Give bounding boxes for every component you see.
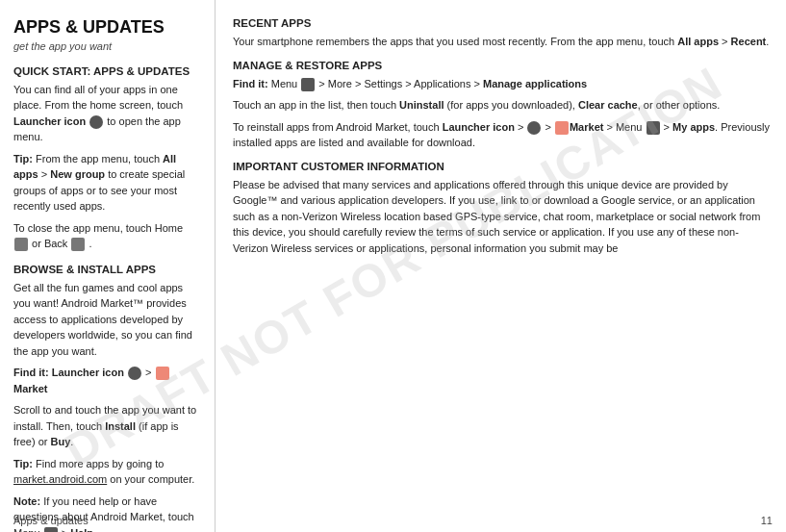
note-text2: > xyxy=(59,527,71,532)
manage-text3: , or other options. xyxy=(638,99,721,111)
manage-find-body: Find it: Menu > More > Settings > Applic… xyxy=(233,76,773,92)
recent-all-apps: All apps xyxy=(677,36,719,47)
tip2-text1: Find more apps by going to xyxy=(33,458,164,469)
manage-text1: Touch an app in the list, then touch xyxy=(233,99,399,111)
menu-icon3 xyxy=(647,121,660,135)
note-text3: . xyxy=(93,527,96,532)
tip1-body: Tip: From the app menu, touch All apps >… xyxy=(13,151,201,215)
scroll-body: Scroll to and touch the app you want to … xyxy=(13,402,201,450)
launcher-icon xyxy=(89,115,103,129)
quick-start-body: You can find all of your apps in one pla… xyxy=(13,82,201,145)
manage-body2: To reinstall apps from Android Market, t… xyxy=(233,119,773,151)
find-it-label: Find it: xyxy=(13,367,49,378)
right-column: RECENT APPS Your smartphone remembers th… xyxy=(216,0,786,532)
manage-find-label: Find it: xyxy=(233,78,268,89)
market-icon xyxy=(156,367,169,380)
find-it-market: Market xyxy=(13,383,47,394)
manage-text6: > xyxy=(542,121,554,133)
close-text1: To close the app menu, touch Home xyxy=(13,222,183,234)
tip2-body: Tip: Find more apps by going to market.a… xyxy=(13,456,201,488)
manage-clear-cache: Clear cache xyxy=(578,99,638,111)
quick-start-text1: You can find all of your apps in one pla… xyxy=(13,84,183,112)
tip1-text1: From the app menu, touch xyxy=(33,153,163,165)
tip1-new-group: New group xyxy=(50,168,105,180)
manage-find-text2: > More > Settings > Applications > xyxy=(316,78,483,89)
footer-right: 11 xyxy=(761,515,773,526)
scroll-install: Install xyxy=(105,420,136,432)
close-body: To close the app menu, touch Home or Bac… xyxy=(13,220,201,252)
find-it-text1: Launcher icon xyxy=(52,367,127,378)
find-it-text2: > xyxy=(145,367,154,378)
note-label: Note: xyxy=(13,495,40,507)
manage-uninstall: Uninstall xyxy=(399,99,444,111)
tip2-text2: on your computer. xyxy=(107,473,194,485)
page-subtitle: get the app you want xyxy=(13,40,201,52)
scroll-text3: . xyxy=(70,436,73,447)
footer-left-text: Apps & updates xyxy=(13,515,89,526)
market-icon2 xyxy=(555,121,569,135)
scroll-buy: Buy xyxy=(51,436,71,447)
recent-recent: Recent xyxy=(731,36,767,47)
browse-heading: BROWSE & INSTALL APPS xyxy=(13,264,201,275)
recent-text3: . xyxy=(766,36,769,47)
manage-text5: > xyxy=(515,121,527,133)
find-it-body: Find it: Launcher icon > Market xyxy=(13,365,201,396)
menu-icon xyxy=(44,527,58,532)
tip2-link: market.android.com xyxy=(13,473,107,485)
recent-heading: RECENT APPS xyxy=(233,17,773,29)
tip2-label: Tip: xyxy=(13,458,33,469)
manage-launcher: Launcher icon xyxy=(443,121,515,133)
close-text2: or Back xyxy=(32,238,70,249)
manage-my-apps: My apps xyxy=(672,121,715,133)
manage-text2: (for apps you downloaded), xyxy=(444,99,578,111)
footer-page-number: 11 xyxy=(761,515,773,526)
note-text1: If you need help or have questions about… xyxy=(13,495,194,532)
manage-find-manage: Manage applications xyxy=(483,78,587,89)
important-body: Please be advised that many services and… xyxy=(233,177,773,257)
quick-start-launcher: Launcher icon xyxy=(13,115,86,127)
page-container: DRAFT NOT FOR PUBLICATION APPS & UPDATES… xyxy=(0,0,786,532)
home-icon xyxy=(14,238,28,251)
browse-body: Get all the fun games and cool apps you … xyxy=(13,280,201,360)
left-column: APPS & UPDATES get the app you want QUIC… xyxy=(0,0,216,532)
recent-text1: Your smartphone remembers the apps that … xyxy=(233,36,677,47)
important-heading: IMPORTANT CUSTOMER INFORMATION xyxy=(233,161,773,172)
quick-start-heading: QUICK START: APPS & UPDATES xyxy=(13,65,201,77)
tip1-text2: > xyxy=(38,168,51,180)
footer-left: Apps & updates xyxy=(13,515,89,526)
manage-text4: To reinstall apps from Android Market, t… xyxy=(233,121,443,133)
launcher-icon3 xyxy=(527,121,541,135)
manage-text7: > Menu xyxy=(603,121,645,133)
manage-market: Market xyxy=(570,121,603,133)
recent-body: Your smartphone remembers the apps that … xyxy=(233,34,773,50)
back-icon xyxy=(71,238,85,251)
recent-text2: > xyxy=(719,36,731,47)
manage-body1: Touch an app in the list, then touch Uni… xyxy=(233,97,773,114)
note-help: Help xyxy=(70,527,93,532)
tip1-label: Tip: xyxy=(13,153,33,165)
close-text3: . xyxy=(89,238,91,249)
page-title: APPS & UPDATES xyxy=(13,17,201,38)
menu-icon2 xyxy=(301,78,315,91)
manage-text8: > xyxy=(661,121,673,133)
launcher-icon2 xyxy=(128,367,141,380)
manage-heading: MANAGE & RESTORE APPS xyxy=(233,60,773,71)
manage-find-text1: Menu xyxy=(268,78,301,89)
